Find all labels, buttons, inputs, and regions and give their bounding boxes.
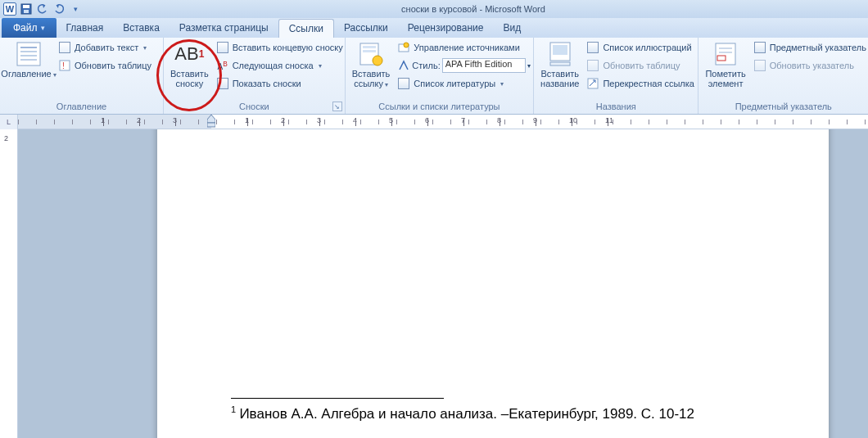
svg-rect-12 [363,50,376,52]
update-captions-table-button[interactable]: Обновить таблицу [584,57,697,74]
svg-rect-2 [24,10,29,13]
group-toc: Оглавление Добавить текст !Обновить табл… [0,38,164,114]
tab-главная[interactable]: Главная [57,19,114,38]
insert-citation-button[interactable]: Вставитьссылку [350,39,392,92]
tab-вид[interactable]: Вид [493,19,531,38]
vertical-ruler[interactable]: 2 [0,129,18,438]
ribbon: Оглавление Добавить текст !Обновить табл… [0,38,868,115]
list-of-figures-button[interactable]: Список иллюстраций [584,39,697,56]
next-footnote-button[interactable]: ABСледующая сноска [214,57,346,74]
svg-rect-20 [716,43,735,65]
work-area: 2 1 Иванов А.А. Алгебра и начало анализа… [0,129,868,438]
insert-endnote-button[interactable]: Вставить концевую сноску [214,39,346,56]
tab-selector-icon[interactable]: L [0,115,18,129]
group-label: Названия [539,100,693,114]
group-label: Оглавление [5,100,158,114]
word-app-icon: W [3,2,16,16]
mark-entry-button[interactable]: Пометитьэлемент [703,39,747,90]
group-label: Предметный указатель [703,100,863,114]
tab-file[interactable]: Файл [2,18,57,38]
update-toc-button[interactable]: !Обновить таблицу [56,57,154,74]
group-footnotes: AB1 Вставитьсноску Вставить концевую сно… [164,38,346,114]
group-index: Пометитьэлемент Предметный указатель Обн… [698,38,868,114]
group-captions: Вставитьназвание Список иллюстраций Обно… [534,38,698,114]
tab-разметка страницы[interactable]: Разметка страницы [170,19,278,38]
svg-rect-8 [60,61,70,70]
svg-point-13 [373,56,382,65]
page: 1 Иванов А.А. Алгебра и начало анализа. … [157,129,829,438]
undo-icon[interactable] [36,2,49,16]
svg-rect-25 [207,123,215,127]
group-label: Ссылки и списки литературы [350,100,528,114]
svg-text:!: ! [62,61,65,70]
svg-rect-3 [17,43,40,65]
group-citations: Вставитьссылку Управление источниками Ст… [346,38,534,114]
quick-access: W ▾ [3,2,82,16]
insert-caption-button[interactable]: Вставитьназвание [539,39,581,90]
svg-rect-1 [23,5,29,8]
add-text-button[interactable]: Добавить текст [56,39,154,56]
redo-icon[interactable] [52,2,66,16]
toc-button[interactable]: Оглавление [5,39,52,82]
svg-rect-17 [553,45,567,55]
footnotes-launcher-icon[interactable]: ↘ [332,102,342,111]
insert-footnote-button[interactable]: AB1 Вставитьсноску [169,39,210,90]
update-index-button[interactable]: Обновить указатель [751,57,868,74]
bibliography-button[interactable]: Список литературы [395,75,532,92]
svg-marker-24 [207,115,215,123]
window-title: сноски в курсовой - Microsoft Word [401,4,545,14]
footnote-text: 1 Иванов А.А. Алгебра и начало анализа. … [231,404,694,422]
tab-ссылки[interactable]: Ссылки [278,19,334,38]
ribbon-tabs: Файл ГлавнаяВставкаРазметка страницыСсыл… [0,18,868,38]
show-notes-button[interactable]: Показать сноски [214,75,346,92]
group-label: Сноски [169,100,340,114]
document-canvas[interactable]: 1 Иванов А.А. Алгебра и начало анализа. … [18,129,868,438]
citation-style-select[interactable]: Стиль: APA Fifth Edition▾ [395,57,532,74]
cross-reference-button[interactable]: Перекрестная ссылка [584,75,697,92]
tab-рецензирование[interactable]: Рецензирование [398,19,494,38]
footnote-separator [231,398,444,399]
tab-вставка[interactable]: Вставка [113,19,170,38]
svg-rect-18 [550,62,570,65]
qat-customize-icon[interactable]: ▾ [69,2,82,16]
tab-рассылки[interactable]: Рассылки [334,19,398,38]
svg-rect-11 [363,46,376,48]
svg-point-15 [404,43,409,47]
save-icon[interactable] [20,2,33,16]
title-bar: W ▾ сноски в курсовой - Microsoft Word [0,0,868,18]
indent-marker-icon[interactable] [207,115,215,129]
horizontal-ruler[interactable]: L 3211234567891011 [0,115,868,129]
insert-index-button[interactable]: Предметный указатель [751,39,868,56]
manage-sources-button[interactable]: Управление источниками [395,39,532,56]
